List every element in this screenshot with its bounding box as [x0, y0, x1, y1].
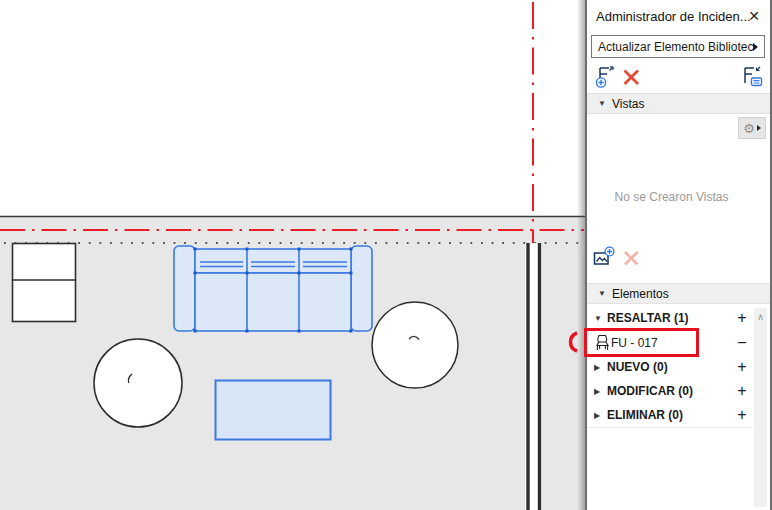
remove-button[interactable]: −: [731, 334, 753, 352]
action-dropdown-label: Actualizar Elemento Biblioteca: [592, 40, 753, 54]
add-button[interactable]: +: [731, 358, 753, 376]
add-button[interactable]: +: [731, 309, 753, 327]
views-toolbar: [587, 244, 770, 274]
group-label: NUEVO (0): [607, 360, 731, 374]
elementos-section-header[interactable]: ▼ Elementos: [587, 283, 770, 304]
gear-flyout-arrow-icon: [757, 125, 761, 131]
panel-titlebar: Administrador de Inciden... ✕: [587, 0, 770, 33]
item-row-fu-017[interactable]: FU - 017 −: [587, 330, 753, 356]
group-label: ELIMINAR (0): [607, 408, 731, 422]
elementos-header-label: Elementos: [612, 287, 669, 301]
chair-icon: [594, 334, 611, 352]
cabinet[interactable]: [13, 244, 76, 322]
add-button[interactable]: +: [731, 406, 753, 424]
new-issue-icon[interactable]: [593, 64, 617, 90]
item-label: FU - 017: [611, 336, 731, 350]
vistas-header-label: Vistas: [612, 97, 644, 111]
group-row-resaltar[interactable]: ▼ RESALTAR (1) +: [587, 306, 753, 331]
list-scrollbar[interactable]: ∧: [754, 308, 767, 507]
round-chair-left[interactable]: [94, 339, 182, 427]
delete-issue-icon[interactable]: [620, 64, 644, 90]
action-dropdown[interactable]: Actualizar Elemento Biblioteca: [591, 35, 765, 58]
group-row-eliminar[interactable]: ▶ ELIMINAR (0) +: [587, 403, 753, 428]
group-label: MODIFICAR (0): [607, 384, 731, 398]
sofa[interactable]: [174, 246, 372, 331]
caret-down-icon[interactable]: ▼: [594, 314, 607, 323]
caret-down-icon[interactable]: ▼: [598, 289, 612, 298]
panel-title: Administrador de Inciden...: [596, 9, 751, 24]
group-label: RESALTAR (1): [607, 311, 731, 325]
view-settings-button[interactable]: ⚙: [738, 117, 766, 139]
vistas-section-header[interactable]: ▼ Vistas: [587, 93, 770, 114]
caret-down-icon[interactable]: ▼: [598, 99, 612, 108]
group-row-modificar[interactable]: ▶ MODIFICAR (0) +: [587, 379, 753, 404]
coffee-table[interactable]: [216, 381, 331, 440]
caret-right-icon[interactable]: ▶: [594, 411, 607, 420]
round-chair-right[interactable]: [372, 302, 458, 388]
caret-right-icon[interactable]: ▶: [594, 387, 607, 396]
issue-toolbar: [587, 61, 770, 92]
add-view-icon[interactable]: [592, 245, 616, 271]
scroll-up-icon[interactable]: ∧: [754, 308, 767, 322]
floorplan-drawing: [0, 0, 586, 510]
no-views-message: No se Crearon Vistas: [587, 190, 756, 204]
add-button[interactable]: +: [731, 382, 753, 400]
group-row-nuevo[interactable]: ▶ NUEVO (0) +: [587, 355, 753, 380]
floorplan-canvas[interactable]: [0, 0, 586, 510]
caret-right-icon[interactable]: ▶: [594, 363, 607, 372]
issue-organizer-icon[interactable]: [740, 64, 764, 90]
app-window: Administrador de Inciden... ✕ Actualizar…: [0, 0, 772, 510]
flyout-arrow-icon: [753, 43, 758, 51]
incident-manager-panel: Administrador de Inciden... ✕ Actualizar…: [585, 0, 772, 510]
close-icon[interactable]: ✕: [745, 7, 763, 25]
delete-view-disabled-icon: [620, 245, 644, 271]
gear-icon: ⚙: [743, 122, 755, 135]
